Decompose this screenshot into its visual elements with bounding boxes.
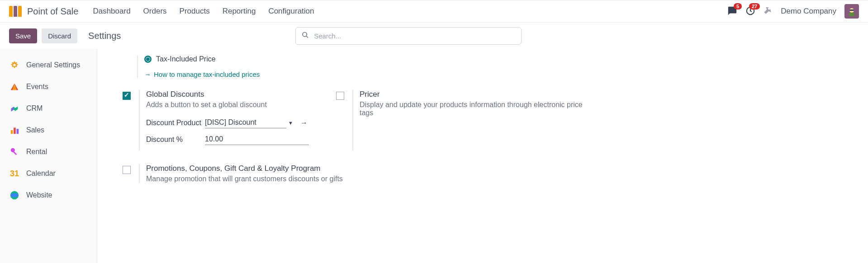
dropdown-caret-icon[interactable]: ▼ bbox=[288, 120, 293, 126]
nav-dashboard[interactable]: Dashboard bbox=[93, 7, 130, 16]
discount-product-label: Discount Product bbox=[146, 119, 205, 127]
setting-title: Global Discounts bbox=[146, 90, 309, 99]
svg-rect-3 bbox=[849, 9, 854, 11]
radio-dot-icon bbox=[144, 56, 152, 63]
app-name[interactable]: Point of Sale bbox=[27, 6, 78, 17]
sidebar-item-crm[interactable]: CRM bbox=[0, 98, 97, 119]
discount-product-input[interactable] bbox=[205, 117, 286, 128]
sidebar-item-label: Rental bbox=[26, 148, 47, 156]
sidebar-item-label: Events bbox=[26, 83, 48, 91]
checkbox-pricer[interactable] bbox=[336, 92, 344, 100]
arrow-right-icon: → bbox=[144, 70, 151, 78]
sidebar-item-calendar[interactable]: 31Calendar bbox=[0, 163, 97, 184]
tax-help-link[interactable]: → How to manage tax-included prices bbox=[144, 70, 260, 78]
nav-configuration[interactable]: Configuration bbox=[268, 7, 314, 16]
messages-badge: 5 bbox=[734, 3, 742, 9]
nav-reporting[interactable]: Reporting bbox=[223, 7, 256, 16]
nav-orders[interactable]: Orders bbox=[143, 7, 167, 16]
setting-desc: Manage promotion that will grant custome… bbox=[146, 175, 343, 183]
key-icon bbox=[9, 146, 20, 157]
search-input[interactable] bbox=[295, 27, 522, 45]
sidebar-item-label: General Settings bbox=[26, 61, 80, 69]
page-title: Settings bbox=[88, 31, 121, 41]
svg-rect-7 bbox=[11, 130, 13, 134]
svg-rect-11 bbox=[13, 151, 17, 155]
setting-title: Pricer bbox=[360, 90, 588, 99]
setting-desc: Adds a button to set a global discount bbox=[146, 101, 309, 109]
svg-point-10 bbox=[11, 148, 15, 152]
company-selector[interactable]: Demo Company bbox=[781, 7, 836, 16]
checkbox-global-discounts[interactable] bbox=[123, 92, 131, 100]
sidebar-item-label: Sales bbox=[26, 126, 44, 134]
external-link-icon[interactable]: → bbox=[300, 119, 308, 127]
search-icon bbox=[302, 32, 309, 40]
svg-point-13 bbox=[10, 193, 19, 197]
svg-line-5 bbox=[306, 36, 308, 38]
app-logo[interactable] bbox=[9, 6, 22, 17]
svg-rect-2 bbox=[849, 13, 854, 16]
activities-badge: 27 bbox=[749, 3, 760, 9]
sidebar-item-label: Calendar bbox=[26, 169, 56, 178]
radio-tax-included[interactable]: Tax-Included Price bbox=[144, 55, 868, 63]
radio-label: Tax-Included Price bbox=[156, 55, 216, 63]
discard-button[interactable]: Discard bbox=[42, 28, 77, 43]
gear-icon bbox=[9, 60, 20, 70]
activities-icon[interactable]: 27 bbox=[745, 6, 755, 17]
messages-icon[interactable]: 5 bbox=[727, 6, 737, 17]
sidebar-item-rental[interactable]: Rental bbox=[0, 141, 97, 163]
globe-icon bbox=[9, 190, 20, 201]
svg-rect-9 bbox=[17, 129, 19, 134]
sidebar-item-label: CRM bbox=[26, 104, 43, 113]
save-button[interactable]: Save bbox=[9, 28, 37, 43]
setting-title: Promotions, Coupons, Gift Card & Loyalty… bbox=[146, 164, 343, 173]
tools-icon[interactable] bbox=[764, 6, 773, 17]
sidebar-item-label: Website bbox=[26, 191, 52, 199]
sidebar-item-sales[interactable]: Sales bbox=[0, 119, 97, 141]
svg-point-6 bbox=[13, 64, 16, 66]
sidebar-item-events[interactable]: Events bbox=[0, 76, 97, 98]
checkbox-promotions[interactable] bbox=[123, 166, 131, 174]
discount-pct-label: Discount % bbox=[146, 136, 205, 144]
discount-pct-input[interactable] bbox=[205, 134, 309, 145]
user-avatar[interactable] bbox=[844, 4, 859, 19]
bars-icon bbox=[9, 125, 20, 136]
calendar-icon: 31 bbox=[9, 168, 20, 179]
tent-icon bbox=[9, 81, 20, 92]
sidebar-item-website[interactable]: Website bbox=[0, 184, 97, 206]
handshake-icon bbox=[9, 103, 20, 114]
sidebar-item-general[interactable]: General Settings bbox=[0, 54, 97, 76]
nav-products[interactable]: Products bbox=[180, 7, 210, 16]
svg-point-4 bbox=[303, 33, 307, 37]
setting-desc: Display and update your products informa… bbox=[360, 101, 588, 117]
svg-rect-8 bbox=[14, 128, 16, 134]
